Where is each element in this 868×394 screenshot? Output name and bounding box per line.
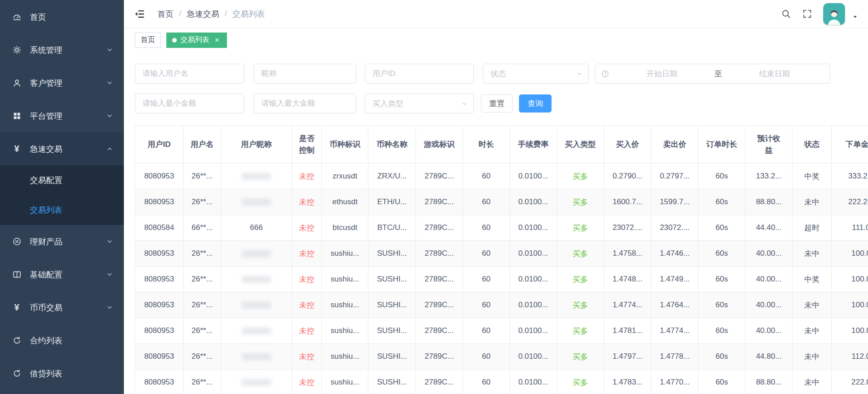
cell-expected_profit: 40.00... [745, 318, 793, 344]
column-header-expected_profit: 预计收益 [745, 126, 793, 164]
cell-order_amount: 100.0 [832, 241, 868, 267]
search-icon[interactable] [781, 9, 791, 19]
cell-username: 26**... [184, 241, 221, 267]
buy-type-select[interactable]: 买入类型 [365, 94, 474, 113]
sidebar-item-label: 交易配置 [30, 175, 62, 186]
cell-user_id: 8080953 [135, 189, 184, 215]
table-row: 808095326**...未控sushiu...SUSHI...2789C..… [135, 292, 868, 318]
username-input[interactable] [135, 64, 244, 84]
sidebar-item-home[interactable]: 首页 [0, 0, 124, 33]
cell-order_amount: 100.0 [832, 318, 868, 344]
column-header-duration: 时长 [463, 126, 510, 164]
cell-status: 未中 [793, 344, 832, 370]
query-button[interactable]: 查询 [519, 94, 552, 113]
cell-coin_name: SUSHI... [368, 318, 416, 344]
sidebar-item-platform[interactable]: 平台管理 [0, 99, 124, 132]
coin-icon [11, 237, 23, 246]
breadcrumb-item-fast-trade[interactable]: 急速交易 [187, 9, 219, 19]
cell-username: 26**... [184, 318, 221, 344]
tag-home[interactable]: 首页 [135, 33, 161, 48]
sidebar-item-label: 平台管理 [30, 111, 106, 122]
cell-order_duration: 60s [698, 189, 745, 215]
close-icon[interactable]: × [213, 36, 221, 44]
nickname-input[interactable] [254, 64, 356, 84]
cell-coin_name: ZRX/U... [368, 164, 416, 189]
cell-buy_price: 1.4774... [604, 292, 651, 318]
cell-order_duration: 60s [698, 318, 745, 344]
sidebar-item-fast-trade[interactable]: ¥ 急速交易 [0, 132, 124, 165]
filter-row-1: 状态 开始日期 至 结束日期 [135, 64, 868, 84]
date-range-picker[interactable]: 开始日期 至 结束日期 [595, 64, 830, 84]
cell-status: 未中 [793, 241, 832, 267]
sidebar-item-trade-list[interactable]: 交易列表 [0, 195, 124, 225]
user-id-input[interactable] [365, 64, 474, 84]
cell-game_code: 2789C... [416, 241, 463, 267]
cell-nickname: 666 [221, 215, 292, 241]
cell-coin_name: SUSHI... [368, 292, 416, 318]
cell-nickname [221, 344, 292, 370]
cell-username: 26**... [184, 292, 221, 318]
sidebar-item-customer[interactable]: 客户管理 [0, 66, 124, 99]
cell-game_code: 2789C... [416, 318, 463, 344]
sidebar-item-system[interactable]: 系统管理 [0, 33, 124, 66]
sidebar-item-label: 客户管理 [30, 78, 106, 89]
cell-order_duration: 60s [698, 292, 745, 318]
sidebar-item-coin-trade[interactable]: ¥ 币币交易 [0, 291, 124, 324]
sidebar-item-loan-list[interactable]: 借贷列表 [0, 357, 124, 390]
cell-coin_name: ETH/U... [368, 189, 416, 215]
cell-fee_rate: 0.0100... [510, 267, 557, 292]
cell-buy_price: 1.4748... [604, 267, 651, 292]
end-date-input[interactable]: 结束日期 [725, 69, 824, 79]
min-amount-input[interactable] [135, 94, 244, 113]
cell-fee_rate: 0.0100... [510, 370, 557, 394]
sidebar-item-label: 系统管理 [30, 45, 106, 56]
cell-sell_price: 0.2797... [651, 164, 698, 189]
cell-order_amount: 111.0 [832, 215, 868, 241]
cell-control: 未控 [292, 318, 322, 344]
cell-coin_code: sushiu... [322, 241, 368, 267]
chevron-down-icon [576, 70, 583, 77]
sync-icon [11, 336, 23, 345]
breadcrumb-item-home[interactable]: 首页 [157, 9, 174, 19]
max-amount-input[interactable] [254, 94, 356, 113]
table-row: 808095326**...未控zrxusdtZRX/U...2789C...6… [135, 164, 868, 189]
cell-buy_price: 1.4758... [604, 241, 651, 267]
cell-buy_price: 1600.7... [604, 189, 651, 215]
sidebar-item-wealth[interactable]: 理财产品 [0, 225, 124, 258]
cell-nickname [221, 267, 292, 292]
cell-expected_profit: 88.80... [745, 370, 793, 394]
cell-nickname [221, 370, 292, 394]
cell-game_code: 2789C... [416, 344, 463, 370]
filter-row-2: 买入类型 重置 查询 [135, 94, 868, 113]
sidebar-item-trade-config[interactable]: 交易配置 [0, 165, 124, 195]
cell-duration: 60 [463, 164, 510, 189]
sidebar-toggle-button[interactable] [134, 8, 146, 20]
table-row: 808095326**...未控sushiu...SUSHI...2789C..… [135, 318, 868, 344]
column-header-fee_rate: 手续费率 [510, 126, 557, 164]
column-header-game_code: 游戏标识 [416, 126, 463, 164]
sidebar-item-label: 借贷列表 [30, 368, 113, 379]
cell-status: 未中 [793, 370, 832, 394]
reset-button[interactable]: 重置 [481, 94, 513, 113]
cell-control: 未控 [292, 215, 322, 241]
user-avatar[interactable] [823, 3, 845, 25]
sidebar-item-label: 币币交易 [30, 302, 106, 313]
cell-nickname [221, 318, 292, 344]
chevron-up-icon [106, 145, 113, 152]
tag-trade-list[interactable]: 交易列表 × [166, 33, 227, 48]
cell-expected_profit: 44.80... [745, 344, 793, 370]
cell-buy_type: 买多 [557, 189, 604, 215]
fullscreen-icon[interactable] [802, 9, 812, 19]
sidebar-item-contract-list[interactable]: 合约列表 [0, 324, 124, 357]
cell-coin_name: SUSHI... [368, 370, 416, 394]
sidebar-item-basic-config[interactable]: 基础配置 [0, 258, 124, 291]
cell-duration: 60 [463, 318, 510, 344]
tag-label: 交易列表 [180, 35, 209, 45]
caret-down-icon[interactable] [852, 14, 858, 20]
cell-order_duration: 60s [698, 370, 745, 394]
cell-nickname [221, 292, 292, 318]
cell-order_amount: 222.2... [832, 189, 868, 215]
start-date-input[interactable]: 开始日期 [612, 69, 712, 79]
cell-user_id: 8080953 [135, 164, 184, 189]
status-select[interactable]: 状态 [483, 64, 589, 84]
